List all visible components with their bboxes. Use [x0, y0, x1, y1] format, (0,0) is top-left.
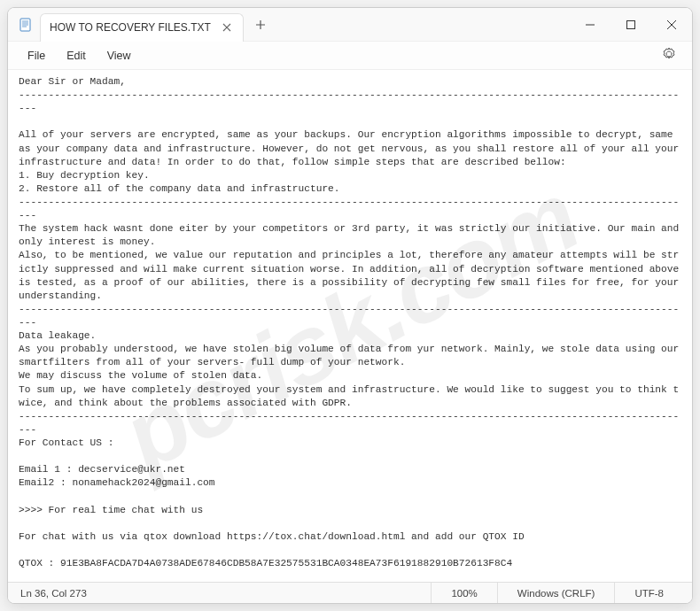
notepad-window: HOW TO RECOVERY FILES.TXT File Edit View [7, 7, 693, 604]
maximize-button[interactable] [611, 8, 651, 41]
window-controls [570, 8, 692, 41]
menubar: File Edit View [8, 42, 692, 70]
close-button[interactable] [651, 8, 692, 41]
document-tab[interactable]: HOW TO RECOVERY FILES.TXT [40, 13, 244, 42]
text-editor[interactable]: Dear Sir or Madam, ---------------------… [8, 70, 692, 582]
content-area: pcrisk.com Dear Sir or Madam, ----------… [8, 70, 692, 582]
status-zoom[interactable]: 100% [431, 583, 496, 603]
status-encoding[interactable]: UTF-8 [614, 583, 683, 603]
menu-file[interactable]: File [17, 46, 56, 66]
status-line-ending[interactable]: Windows (CRLF) [497, 583, 615, 603]
notepad-app-icon [19, 18, 33, 32]
tab-title: HOW TO RECOVERY FILES.TXT [50, 21, 211, 34]
minimize-button[interactable] [570, 8, 611, 41]
new-tab-button[interactable] [247, 12, 274, 38]
gear-icon [662, 47, 676, 61]
menu-view[interactable]: View [97, 46, 142, 66]
settings-button[interactable] [655, 43, 683, 67]
menu-edit[interactable]: Edit [56, 46, 97, 66]
statusbar: Ln 36, Col 273 100% Windows (CRLF) UTF-8 [8, 582, 692, 603]
svg-rect-6 [627, 20, 635, 28]
status-position: Ln 36, Col 273 [17, 588, 431, 599]
titlebar: HOW TO RECOVERY FILES.TXT [8, 8, 692, 42]
close-tab-icon[interactable] [220, 20, 234, 35]
